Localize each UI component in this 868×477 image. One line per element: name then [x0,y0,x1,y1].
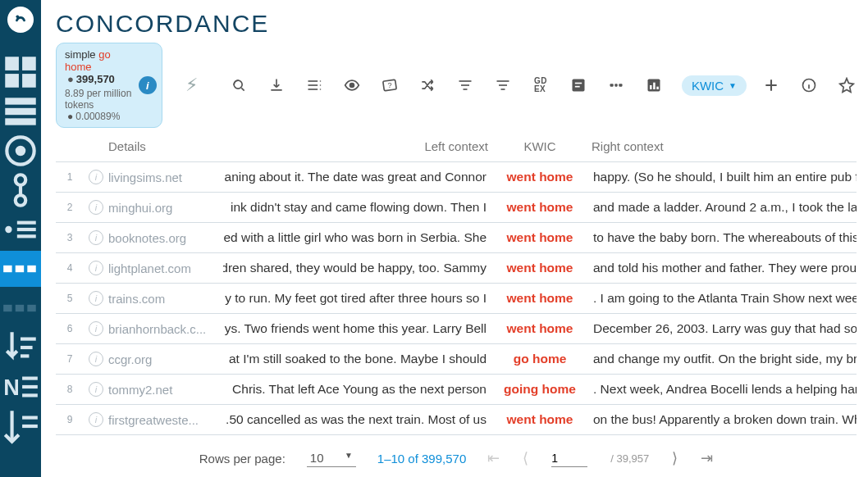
row-source[interactable]: lightplanet.com [108,261,223,275]
sidebar-thesaurus-icon[interactable] [0,172,41,208]
row-source[interactable]: brianhornback.c... [108,322,223,336]
sidebar-concordance-icon[interactable] [0,251,41,287]
sort-icon[interactable] [455,75,475,95]
row-left-context: Chris. That left Ace Young as the next p… [223,382,495,397]
row-left-context: ys. Two friends went home this year. Lar… [223,321,495,336]
sidebar: N [0,0,41,477]
svg-rect-25 [21,354,29,357]
header-left: Left context [223,139,495,153]
row-info-icon[interactable]: i [84,200,108,215]
sidebar-sort-icon[interactable] [0,329,41,366]
svg-point-11 [16,175,26,185]
chevron-down-icon: ▼ [345,451,353,465]
svg-rect-28 [22,385,38,388]
svg-text:N: N [3,375,20,400]
total-pages: / 39,957 [610,452,649,465]
row-info-icon[interactable]: i [84,352,108,366]
svg-rect-7 [5,108,36,115]
row-source[interactable]: tommy2.net [108,383,223,397]
gdex-icon[interactable]: GDEX [531,75,550,95]
row-info-icon[interactable]: i [84,382,108,397]
shuffle-icon[interactable] [418,75,437,95]
row-right-context: and change my outfit. On the bright side… [585,352,857,366]
row-number: 7 [56,353,84,365]
table-row[interactable]: 2iminghui.orgink didn't stay and came fl… [56,193,857,223]
next-page-icon[interactable]: ⟩ [672,449,678,467]
svg-rect-27 [22,377,38,380]
plus-icon[interactable] [761,75,781,95]
sidebar-ngram-icon[interactable]: N [0,369,41,405]
table-row[interactable]: 3ibooknotes.orged with a little girl who… [56,223,857,253]
card-question-icon[interactable]: ? [380,75,400,95]
table-row[interactable]: 1ilivingsims.netaning about it. The date… [56,162,857,193]
row-kwic: went home [495,170,585,184]
table-headers: Details Left context KWIC Right context [56,134,857,161]
table-row[interactable]: 6ibrianhornback.c...ys. Two friends went… [56,314,857,344]
svg-rect-47 [500,89,505,90]
kwic-dropdown[interactable]: KWIC▼ [682,75,747,96]
sidebar-wordlist-icon[interactable] [0,211,41,248]
row-info-icon[interactable]: i [84,170,108,184]
table-row[interactable]: 9ifirstgreatweste....50 cancelled as was… [56,405,857,435]
ellipsis-icon[interactable] [606,75,626,95]
star-icon[interactable] [837,75,857,95]
sidebar-list-icon[interactable] [0,93,41,129]
table-row[interactable]: 4ilightplanet.comdren shared, they would… [56,253,857,284]
filter-icon[interactable] [493,75,513,95]
row-info-icon[interactable]: i [84,230,108,245]
sidebar-dashboard-icon[interactable] [0,54,41,90]
last-page-icon[interactable]: ⇥ [701,449,713,467]
row-kwic: went home [495,200,585,215]
row-source[interactable]: trains.com [108,292,223,306]
svg-rect-17 [3,266,11,272]
kwic-lines-icon[interactable] [304,75,324,95]
header-details: Details [108,139,223,153]
query-per-million: 8.89 per million tokens [65,88,131,111]
row-source[interactable]: booknotes.org [108,231,223,245]
query-chip[interactable]: simple go home ●399,570 8.89 per million… [56,43,162,128]
sidebar-trends-icon[interactable] [0,408,41,444]
row-left-context: dren shared, they would be happy, too. S… [223,261,495,275]
row-number: 4 [56,262,84,274]
chevron-down-icon: ▼ [729,81,737,90]
sentence-icon[interactable] [569,75,588,95]
svg-point-37 [320,84,322,86]
info-circle-icon[interactable] [799,75,819,95]
row-source[interactable]: firstgreatweste... [108,413,223,427]
rpp-select[interactable]: 10▼ [307,449,356,467]
reset-icon[interactable] [229,75,249,95]
query-prefix: simple [65,48,96,61]
row-kwic: went home [495,230,585,245]
sidebar-target-icon[interactable] [0,133,41,169]
row-source[interactable]: livingsims.net [108,170,223,184]
table-row[interactable]: 8itommy2.netChris. That left Ace Young a… [56,375,857,405]
row-info-icon[interactable]: i [84,321,108,336]
download-icon[interactable] [267,75,286,95]
svg-point-39 [349,84,354,88]
row-info-icon[interactable]: i [84,412,108,427]
row-number: 6 [56,323,84,334]
prev-page-icon[interactable]: ⟨ [523,449,528,467]
page-input[interactable] [551,450,587,467]
first-page-icon[interactable]: ⇤ [487,449,500,467]
row-info-icon[interactable]: i [84,291,108,306]
info-icon[interactable]: i [139,76,157,94]
query-percent: 0.00089% [75,111,120,122]
toolbar: ? GDEX KWIC▼ [229,75,747,96]
stats-icon[interactable] [644,75,664,95]
svg-rect-22 [27,305,35,311]
eye-icon[interactable] [342,75,362,95]
row-source[interactable]: minghui.org [108,201,223,215]
app-logo[interactable] [7,7,34,33]
pager: Rows per page: 10▼ 1–10 of 399,570 ⇤ ⟨ /… [56,439,857,477]
row-info-icon[interactable]: i [84,261,108,275]
svg-rect-19 [27,266,35,272]
macro-icon[interactable]: ⚡︎ [185,75,198,96]
svg-rect-5 [22,74,36,88]
row-source[interactable]: ccgr.org [108,352,223,366]
table-row[interactable]: 5itrains.comy to run. My feet got tired … [56,284,857,314]
row-left-context: aning about it. The date was great and C… [223,170,495,184]
table-row[interactable]: 7iccgr.orgat I'm still soaked to the bon… [56,344,857,375]
row-number: 9 [56,414,84,425]
svg-rect-23 [21,338,36,341]
